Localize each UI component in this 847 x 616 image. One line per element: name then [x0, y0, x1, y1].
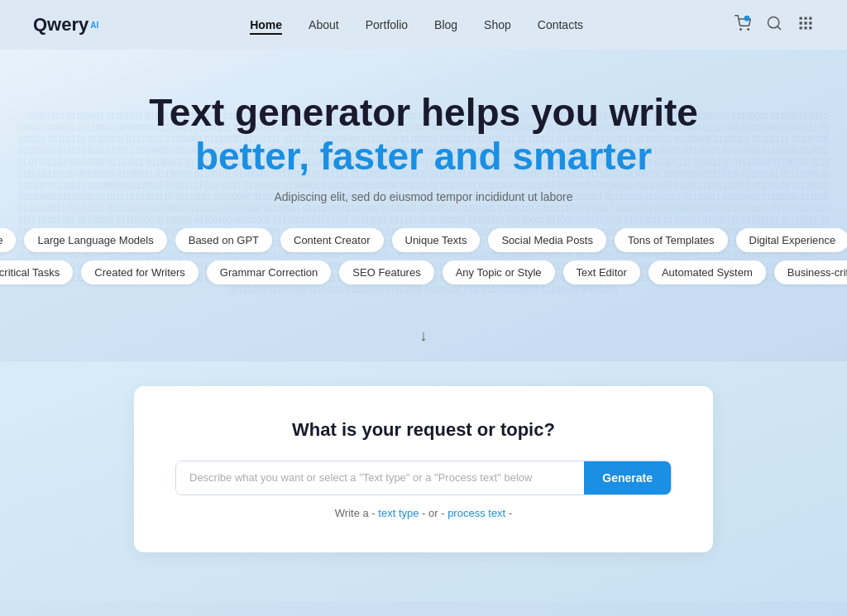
logo[interactable]: QweryAI: [33, 14, 98, 36]
nav-link-contacts[interactable]: Contacts: [538, 18, 583, 31]
request-section: What is your request or topic? Generate …: [0, 361, 847, 602]
cart-icon[interactable]: [735, 15, 751, 35]
hint-or: - or -: [422, 507, 447, 519]
tags-container: Experience Large Language Models Based o…: [0, 228, 847, 319]
svg-rect-9: [809, 21, 811, 24]
svg-point-2: [744, 16, 750, 21]
logo-badge: AI: [90, 21, 98, 30]
svg-point-0: [740, 29, 742, 31]
tag-seo-features[interactable]: SEO Features: [339, 260, 433, 284]
tag-business-critical-1[interactable]: Business-critical Tasks: [0, 260, 73, 284]
tag-text-editor[interactable]: Text Editor: [563, 260, 640, 284]
tag-based-on-gpt[interactable]: Based on GPT: [175, 228, 272, 252]
request-box: What is your request or topic? Generate …: [134, 386, 713, 552]
request-box-title: What is your request or topic?: [175, 419, 672, 441]
tag-any-topic-or-style[interactable]: Any Topic or Style: [443, 260, 555, 284]
svg-rect-5: [804, 17, 806, 20]
tags-row-1: Experience Large Language Models Based o…: [0, 228, 847, 252]
nav-item-blog[interactable]: Blog: [434, 17, 457, 32]
scroll-down-arrow[interactable]: ↓: [0, 327, 847, 345]
grid-icon[interactable]: [797, 15, 814, 35]
tag-automated-system[interactable]: Automated System: [648, 260, 766, 284]
generate-button[interactable]: Generate: [584, 461, 671, 494]
nav-item-about[interactable]: About: [309, 17, 339, 32]
request-hint: Write a - text type - or - process text …: [175, 507, 672, 519]
logo-text: Qwery: [33, 14, 89, 36]
hero-title-line2: better, faster and smarter: [195, 135, 652, 178]
svg-rect-7: [799, 21, 802, 24]
nav-item-portfolio[interactable]: Portfolio: [366, 17, 408, 32]
hint-prefix: Write a -: [335, 507, 376, 519]
nav-actions: [735, 15, 814, 35]
tags-row-2: Business-critical Tasks Created for Writ…: [0, 260, 847, 284]
hero-title-line1: Text generator helps you write: [149, 91, 698, 134]
hero-section: 01001101 01100001 01101011 01100101 0010…: [0, 50, 847, 361]
nav-link-about[interactable]: About: [309, 18, 339, 31]
nav-link-blog[interactable]: Blog: [434, 18, 457, 31]
nav-links: Home About Portfolio Blog Shop Contacts: [250, 17, 583, 32]
tag-social-media-posts[interactable]: Social Media Posts: [488, 228, 606, 252]
svg-rect-12: [809, 26, 811, 29]
hero-subtitle: Adipiscing elit, sed do eiusmod tempor i…: [0, 190, 847, 203]
tag-created-for-writers[interactable]: Created for Writers: [81, 260, 199, 284]
nav-link-portfolio[interactable]: Portfolio: [366, 18, 408, 31]
svg-rect-6: [809, 17, 811, 20]
hint-text-type-link[interactable]: text type: [378, 507, 419, 519]
tag-large-language-models[interactable]: Large Language Models: [24, 228, 166, 252]
hero-title: Text generator helps you write better, f…: [0, 91, 847, 179]
tag-grammar-correction[interactable]: Grammar Correction: [207, 260, 331, 284]
svg-rect-8: [804, 21, 806, 24]
tag-digital-experience[interactable]: Digital Experience: [736, 228, 847, 252]
tag-tons-of-templates[interactable]: Tons of Templates: [615, 228, 728, 252]
hint-process-link[interactable]: process text: [447, 507, 505, 519]
tag-business-critical-2[interactable]: Business-critical Tasks: [774, 260, 847, 284]
bottom-section: CORPORATE SERVICE Modern: [0, 602, 847, 616]
tag-experience[interactable]: Experience: [0, 228, 16, 252]
nav-item-home[interactable]: Home: [250, 17, 282, 32]
nav-link-shop[interactable]: Shop: [484, 18, 511, 31]
tag-unique-texts[interactable]: Unique Texts: [392, 228, 481, 252]
hint-suffix: -: [509, 507, 512, 519]
request-input[interactable]: [176, 461, 584, 494]
navbar: QweryAI Home About Portfolio Blog Shop C…: [0, 0, 847, 50]
nav-item-contacts[interactable]: Contacts: [538, 17, 583, 32]
search-icon[interactable]: [766, 15, 782, 35]
svg-rect-10: [799, 26, 802, 29]
input-row: Generate: [175, 461, 672, 495]
nav-item-shop[interactable]: Shop: [484, 17, 511, 32]
svg-rect-11: [804, 26, 806, 29]
svg-point-1: [748, 29, 749, 31]
nav-link-home[interactable]: Home: [250, 18, 282, 35]
tag-content-creator[interactable]: Content Creator: [280, 228, 384, 252]
svg-rect-4: [799, 17, 802, 20]
